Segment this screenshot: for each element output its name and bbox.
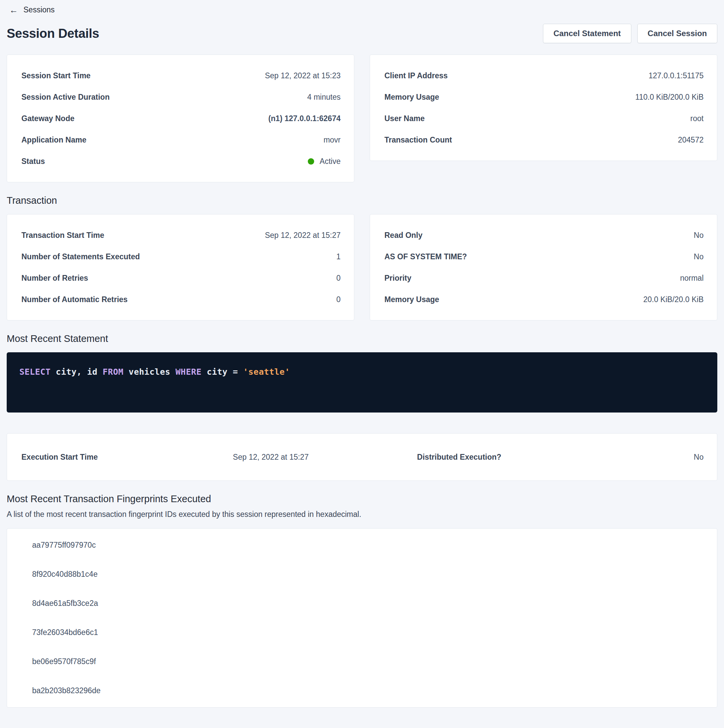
back-link-label: Sessions: [23, 5, 55, 14]
memory-usage-row: Memory Usage 110.0 KiB/200.0 KiB: [384, 86, 704, 108]
row-value: normal: [680, 274, 704, 283]
row-value: 0: [336, 295, 341, 304]
row-label: AS OF SYSTEM TIME?: [384, 252, 467, 261]
most-recent-statement-box: SELECT city, id FROM vehicles WHERE city…: [7, 352, 717, 413]
status-badge: Active: [308, 157, 341, 166]
transaction-start-time-row: Transaction Start Time Sep 12, 2022 at 1…: [21, 225, 341, 246]
automatic-retries-row: Number of Automatic Retries 0: [21, 289, 341, 310]
row-value: movr: [323, 136, 341, 145]
fingerprints-section-title: Most Recent Transaction Fingerprints Exe…: [7, 494, 717, 505]
row-label: Session Active Duration: [21, 93, 110, 102]
fingerprint-item: 8f920c40d88b1c4e: [32, 560, 704, 589]
row-label: Transaction Count: [384, 136, 452, 145]
client-ip-row: Client IP Address 127.0.0.1:51175: [384, 65, 704, 86]
row-value: Sep 12, 2022 at 15:23: [265, 71, 341, 80]
fingerprint-item: 73fe26034bd6e6c1: [32, 618, 704, 647]
row-label: Client IP Address: [384, 71, 448, 80]
session-active-duration-row: Session Active Duration 4 minutes: [21, 86, 341, 108]
row-value: 0: [336, 274, 341, 283]
fingerprints-card: aa79775ff097970c 8f920c40d88b1c4e 8d4ae6…: [7, 528, 717, 708]
back-to-sessions-link[interactable]: ← Sessions: [7, 3, 57, 17]
row-label: Memory Usage: [384, 93, 439, 102]
row-label: Session Start Time: [21, 71, 91, 80]
sql-text: city =: [207, 367, 243, 377]
fingerprint-item: aa79775ff097970c: [32, 531, 704, 560]
row-value: 204572: [678, 136, 704, 145]
row-value: 1: [336, 252, 341, 261]
session-summary-row: Session Start Time Sep 12, 2022 at 15:23…: [7, 55, 717, 182]
row-label: Priority: [384, 274, 412, 283]
transaction-card-left: Transaction Start Time Sep 12, 2022 at 1…: [7, 214, 354, 321]
statement-section-title: Most Recent Statement: [7, 333, 717, 344]
as-of-system-time-row: AS OF SYSTEM TIME? No: [384, 246, 704, 267]
row-label: Gateway Node: [21, 114, 75, 123]
row-label: Number of Automatic Retries: [21, 295, 127, 304]
gateway-node-row: Gateway Node (n1) 127.0.0.1:62674: [21, 108, 341, 129]
gateway-node-link[interactable]: (n1) 127.0.0.1:62674: [268, 114, 341, 123]
fingerprints-description: A list of the most recent transaction fi…: [7, 510, 717, 519]
execution-card: Execution Start Time Sep 12, 2022 at 15:…: [7, 433, 717, 481]
priority-row: Priority normal: [384, 267, 704, 289]
fingerprint-item: be06e9570f785c9f: [32, 647, 704, 676]
session-details-page: ← Sessions Session Details Cancel Statem…: [0, 0, 724, 708]
status-active-dot-icon: [308, 158, 314, 165]
distributed-execution-label: Distributed Execution?: [417, 453, 502, 462]
row-value: No: [694, 252, 704, 261]
session-summary-card-left: Session Start Time Sep 12, 2022 at 15:23…: [7, 55, 354, 182]
execution-start-time-value: Sep 12, 2022 at 15:27: [233, 453, 417, 462]
cancel-statement-button[interactable]: Cancel Statement: [543, 24, 631, 43]
fingerprint-item: ba2b203b823296de: [32, 676, 704, 705]
transaction-count-row: Transaction Count 204572: [384, 129, 704, 151]
user-name-row: User Name root: [384, 108, 704, 129]
sql-keyword: SELECT: [19, 367, 56, 377]
row-value: 4 minutes: [307, 93, 341, 102]
distributed-execution-value: No: [501, 453, 704, 462]
row-value: 20.0 KiB/20.0 KiB: [643, 295, 704, 304]
row-value: 127.0.0.1:51175: [648, 71, 704, 80]
row-label: Transaction Start Time: [21, 231, 104, 240]
status-value: Active: [320, 157, 341, 166]
session-start-time-row: Session Start Time Sep 12, 2022 at 15:23: [21, 65, 341, 86]
fingerprint-item: 8d4ae61a5fb3ce2a: [32, 589, 704, 618]
retries-row: Number of Retries 0: [21, 267, 341, 289]
sql-string: 'seattle': [243, 367, 290, 377]
row-label: Number of Statements Executed: [21, 252, 140, 261]
application-name-row: Application Name movr: [21, 129, 341, 151]
sql-keyword: FROM: [103, 367, 129, 377]
row-label: User Name: [384, 114, 425, 123]
row-value: root: [690, 114, 704, 123]
row-value: No: [694, 231, 704, 240]
sql-statement: SELECT city, id FROM vehicles WHERE city…: [19, 367, 290, 377]
sql-text: vehicles: [129, 367, 176, 377]
sql-keyword: WHERE: [176, 367, 207, 377]
session-summary-card-right: Client IP Address 127.0.0.1:51175 Memory…: [370, 55, 717, 161]
sql-text: city, id: [56, 367, 103, 377]
back-arrow-icon: ←: [9, 6, 18, 14]
row-label: Memory Usage: [384, 295, 439, 304]
row-value: Sep 12, 2022 at 15:27: [265, 231, 341, 240]
page-header: Session Details Cancel Statement Cancel …: [7, 24, 717, 43]
page-title: Session Details: [7, 26, 99, 41]
read-only-row: Read Only No: [384, 225, 704, 246]
execution-start-time-label: Execution Start Time: [21, 453, 233, 462]
row-value: 110.0 KiB/200.0 KiB: [635, 93, 704, 102]
transaction-row: Transaction Start Time Sep 12, 2022 at 1…: [7, 214, 717, 321]
transaction-card-right: Read Only No AS OF SYSTEM TIME? No Prior…: [370, 214, 717, 321]
cancel-session-button[interactable]: Cancel Session: [637, 24, 717, 43]
row-label: Number of Retries: [21, 274, 88, 283]
status-row: Status Active: [21, 151, 341, 172]
header-actions: Cancel Statement Cancel Session: [543, 24, 717, 43]
row-label: Application Name: [21, 136, 86, 145]
row-label: Status: [21, 157, 45, 166]
statements-executed-row: Number of Statements Executed 1: [21, 246, 341, 267]
txn-memory-usage-row: Memory Usage 20.0 KiB/20.0 KiB: [384, 289, 704, 310]
transaction-section-title: Transaction: [7, 195, 717, 206]
row-label: Read Only: [384, 231, 422, 240]
